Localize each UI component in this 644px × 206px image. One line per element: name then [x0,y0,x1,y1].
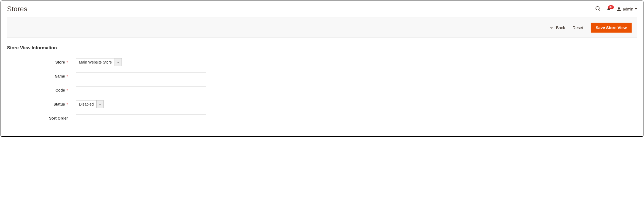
notifications-button[interactable]: 39 [606,6,611,12]
arrow-left-icon [550,26,554,30]
account-name: admin [623,7,633,11]
page-title: Stores [7,5,27,13]
header-actions: 39 admin [595,6,637,13]
user-icon [617,7,621,12]
svg-point-0 [596,6,599,10]
code-input[interactable] [76,86,206,94]
chevron-down-icon [117,62,119,63]
code-label: Code [7,88,76,92]
form-row-sort-order: Sort Order [7,114,637,122]
save-store-view-button[interactable]: Save Store View [591,23,632,33]
search-icon[interactable] [595,6,601,13]
store-label: Store [7,60,76,64]
sort-order-label: Sort Order [7,116,76,120]
status-select[interactable]: Disabled [76,100,104,108]
status-select-value: Disabled [76,100,97,108]
save-label: Save Store View [595,25,627,30]
form-row-code: Code [7,86,637,94]
back-button[interactable]: Back [550,25,565,30]
reset-label: Reset [573,25,583,30]
status-label: Status [7,102,76,106]
store-select-toggle[interactable] [115,58,122,66]
form-row-name: Name [7,72,637,80]
form-row-status: Status Disabled [7,100,637,108]
page-header: Stores 39 admin [1,1,643,15]
store-select[interactable]: Main Website Store [76,58,122,66]
account-menu[interactable]: admin [617,7,637,12]
sort-order-input[interactable] [76,114,206,122]
chevron-down-icon [635,8,637,10]
name-label: Name [7,74,76,78]
status-select-toggle[interactable] [97,100,104,108]
section-title: Store View Information [7,45,637,51]
chevron-down-icon [99,104,101,105]
notification-badge: 39 [608,5,614,9]
store-select-value: Main Website Store [76,58,115,66]
reset-button[interactable]: Reset [573,25,583,30]
svg-line-1 [599,9,600,11]
content-area: Store View Information Store Main Websit… [1,38,643,136]
action-bar: Back Reset Save Store View [7,18,637,38]
form-row-store: Store Main Website Store [7,58,637,66]
svg-point-2 [618,7,620,9]
name-input[interactable] [76,72,206,80]
back-label: Back [556,25,565,30]
